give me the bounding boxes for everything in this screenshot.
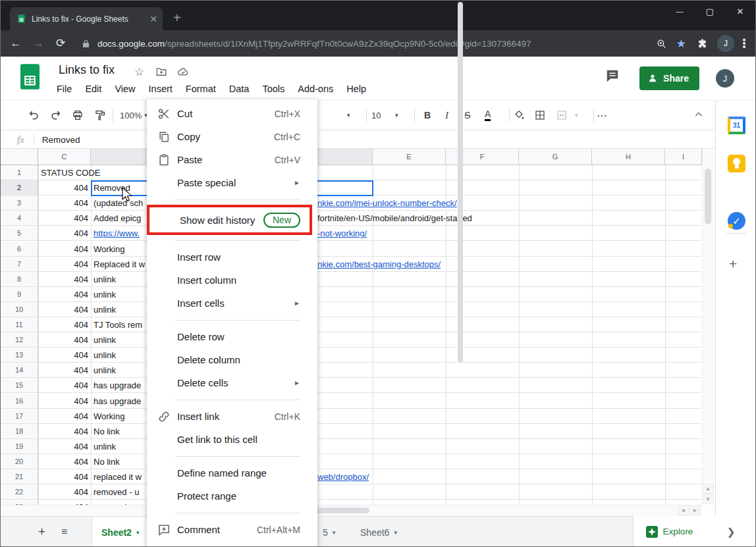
italic-button[interactable]: I (445, 110, 448, 121)
zoom-page-icon[interactable] (656, 38, 667, 49)
grid-row-20[interactable]: 20404No link (1, 454, 702, 469)
cell-C14[interactable]: 404 (38, 363, 91, 377)
grid-row-7[interactable]: 7404Replaced it wnkie.com/best-gaming-de… (1, 257, 702, 272)
grid-row-5[interactable]: 5404https://www.-not-working/ (1, 226, 702, 241)
tab-close-icon[interactable]: ✕ (149, 14, 157, 24)
new-tab-button[interactable]: + (173, 11, 181, 24)
move-to-drive-icon[interactable] (155, 66, 167, 78)
grid-row-14[interactable]: 14404unlink (1, 363, 702, 378)
cell-C9[interactable]: 404 (38, 287, 91, 301)
cell-C17[interactable]: 404 (38, 409, 91, 423)
row-header-16[interactable]: 16 (1, 394, 38, 408)
menubar-item-edit[interactable]: Edit (85, 84, 101, 94)
row-header-21[interactable]: 21 (1, 469, 38, 484)
row-header-17[interactable]: 17 (1, 409, 38, 423)
cell-C20[interactable]: 404 (38, 454, 91, 469)
grid-row-6[interactable]: 6404Working (1, 242, 702, 257)
menubar-item-data[interactable]: Data (229, 84, 250, 94)
row-header-13[interactable]: 13 (1, 348, 38, 362)
keep-icon[interactable] (728, 155, 745, 172)
cell-D22[interactable]: removed - u (94, 484, 139, 499)
cell-C19[interactable]: 404 (38, 439, 91, 454)
row-header-10[interactable]: 10 (1, 302, 38, 317)
add-addon-icon[interactable]: + (729, 256, 737, 272)
cell-C11[interactable]: 404 (38, 317, 91, 332)
font-caret-icon[interactable]: ▾ (347, 112, 350, 118)
row-header-23[interactable]: 23 (1, 500, 38, 505)
menu-item-copy[interactable]: CopyCtrl+C (147, 125, 317, 148)
cell-C7[interactable]: 404 (38, 257, 91, 271)
row-header-19[interactable]: 19 (1, 439, 38, 454)
formula-value[interactable]: Removed (42, 135, 80, 145)
share-button[interactable]: Share (639, 66, 699, 90)
column-header-E[interactable]: E (373, 149, 446, 165)
cell-D18[interactable]: No link (94, 424, 120, 438)
minimize-button[interactable]: — (664, 1, 695, 22)
more-toolbar-button[interactable]: ⋯ (597, 109, 607, 122)
browser-profile-avatar[interactable]: J (717, 35, 734, 52)
sheet-tab-caret-icon[interactable]: ▾ (394, 529, 397, 536)
close-button[interactable]: ✕ (725, 1, 755, 22)
row-header-6[interactable]: 6 (1, 242, 38, 256)
sheet-tab-sheet2[interactable]: Sheet2 ▾ (92, 517, 149, 547)
menubar-item-insert[interactable]: Insert (149, 84, 173, 94)
cell-C18[interactable]: 404 (38, 424, 91, 438)
tasks-icon[interactable]: ✓ (728, 212, 745, 230)
select-all-corner[interactable] (1, 149, 38, 165)
cell-D11[interactable]: TJ Tools rem (94, 317, 142, 332)
context-menu-scrollbar[interactable] (458, 2, 463, 363)
cell-D4-overflow[interactable]: fortnite/en-US/mobile/android/get-starte… (317, 211, 472, 225)
menubar-item-view[interactable]: View (115, 84, 135, 94)
cell-C13[interactable]: 404 (38, 348, 91, 362)
cell-C1[interactable]: STATUS CODE (38, 165, 103, 180)
merge-cells-icon[interactable] (556, 109, 568, 121)
vertical-scrollbar-thumb[interactable] (705, 169, 711, 224)
menu-item-show-edit-history[interactable]: Show edit historyNew (147, 205, 312, 235)
font-size-caret-icon[interactable]: ▾ (395, 112, 398, 118)
cell-C12[interactable]: 404 (38, 332, 91, 347)
grid-row-8[interactable]: 8404unlink (1, 272, 702, 287)
collapse-toolbar-icon[interactable] (693, 109, 704, 120)
menu-item-insert-column[interactable]: Insert column (147, 269, 317, 292)
column-header-I[interactable]: I (665, 149, 702, 165)
maximize-button[interactable]: ▢ (695, 1, 725, 22)
cell-C22[interactable]: 404 (38, 484, 91, 499)
cell-C6[interactable]: 404 (38, 242, 91, 256)
menu-item-comment[interactable]: CommentCtrl+Alt+M (147, 518, 317, 541)
cell-D10[interactable]: unlink (94, 302, 116, 317)
row-header-18[interactable]: 18 (1, 424, 38, 438)
expand-right-icon[interactable]: ❯ (705, 516, 756, 547)
cell-C23[interactable]: 404 (38, 500, 91, 505)
grid-row-3[interactable]: 3404(updated schnkie.com/imei-unlock-num… (1, 195, 702, 211)
cell-D3[interactable]: (updated sch (94, 195, 143, 210)
cell-D13[interactable]: unlink (94, 348, 116, 362)
sheet-tab-sheet6[interactable]: Sheet6 ▾ (351, 517, 406, 547)
menu-item-get-link-to-this-cell[interactable]: Get link to this cell (147, 428, 317, 451)
cell-D5-overflow[interactable]: -not-working/ (317, 226, 367, 240)
menu-item-insert-link[interactable]: Insert linkCtrl+K (147, 405, 317, 428)
row-header-7[interactable]: 7 (1, 257, 38, 271)
menu-item-insert-cells[interactable]: Insert cells► (147, 292, 317, 315)
menu-item-define-named-range[interactable]: Define named range (147, 461, 317, 484)
cell-D16[interactable]: has upgrade (94, 394, 141, 408)
row-header-8[interactable]: 8 (1, 272, 38, 286)
redo-icon[interactable] (49, 109, 61, 121)
row-header-3[interactable]: 3 (1, 195, 38, 210)
grid-row-21[interactable]: 21404replaced it wweb/dropbox/ (1, 469, 702, 484)
menu-item-delete-cells[interactable]: Delete cells► (147, 371, 317, 394)
cell-D6[interactable]: Working (94, 242, 124, 256)
menu-item-protect-range[interactable]: Protect range (147, 484, 317, 508)
fill-color-icon[interactable] (513, 109, 525, 121)
menu-item-delete-row[interactable]: Delete row (147, 325, 317, 348)
explore-button[interactable]: Explore (633, 516, 705, 547)
cell-C15[interactable]: 404 (38, 378, 91, 392)
text-color-button[interactable]: A (485, 109, 491, 121)
sheet-tab-partial[interactable]: 5 ▾ (313, 517, 344, 547)
spreadsheet-grid[interactable]: CDEFGHI 1STATUS CODE2404Removed3404(upda… (1, 149, 702, 505)
cell-C8[interactable]: 404 (38, 272, 91, 286)
browser-tab[interactable]: Links to fix - Google Sheets ✕ (10, 7, 163, 30)
account-avatar[interactable]: J (716, 69, 734, 88)
cell-D15[interactable]: has upgrade (94, 378, 141, 392)
zoom-select[interactable]: 100% (120, 111, 142, 120)
row-header-22[interactable]: 22 (1, 484, 38, 499)
